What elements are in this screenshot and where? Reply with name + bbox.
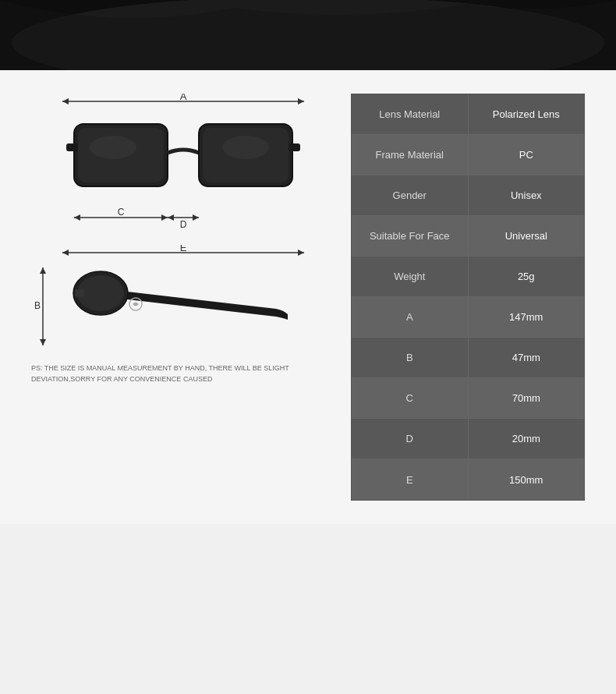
spec-label: E — [352, 459, 469, 500]
svg-rect-11 — [66, 143, 78, 151]
svg-marker-14 — [74, 214, 80, 221]
spec-value: 147mm — [469, 297, 585, 337]
svg-marker-3 — [62, 98, 69, 104]
dim-e-label: E — [180, 245, 187, 253]
spec-value: 150mm — [469, 459, 585, 500]
dim-b-line: B — [31, 264, 55, 349]
spec-value: 20mm — [469, 419, 585, 459]
svg-marker-15 — [161, 214, 168, 221]
svg-marker-21 — [298, 250, 304, 256]
spec-label: Gender — [352, 175, 469, 215]
svg-marker-20 — [62, 250, 69, 256]
spec-row: E150mm — [352, 459, 584, 500]
svg-marker-24 — [40, 339, 46, 345]
spec-label: D — [352, 419, 469, 459]
spec-label: Lens Material — [352, 94, 469, 134]
dim-c-label: C — [118, 207, 125, 218]
svg-rect-12 — [289, 143, 300, 151]
spec-row: A147mm — [352, 297, 584, 338]
specs-table: Lens MaterialPolarized LensFrame Materia… — [351, 94, 585, 501]
diagram-section: A — [31, 94, 335, 501]
spec-label: Suitable For Face — [352, 216, 469, 256]
glasses-front-view — [62, 112, 304, 206]
ps-note: PS: THE SIZE IS MANUAL MEASUREMENT BY HA… — [31, 363, 335, 384]
spec-row: C70mm — [352, 378, 584, 419]
main-content: A — [0, 70, 616, 524]
top-diagram: A — [31, 94, 335, 229]
dim-cd-line: C D — [62, 206, 304, 229]
spec-label: Weight — [352, 257, 469, 296]
spec-label: C — [352, 378, 469, 418]
spec-value: 70mm — [469, 378, 585, 418]
dim-e-line: E — [55, 245, 312, 260]
dim-d-label: D — [180, 219, 187, 229]
svg-point-10 — [222, 136, 269, 159]
spec-row: B47mm — [352, 338, 584, 378]
spec-label: Frame Material — [352, 135, 469, 175]
svg-marker-18 — [193, 214, 199, 221]
svg-marker-23 — [40, 267, 46, 274]
dim-a-line: A — [55, 94, 312, 109]
spec-value: PC — [469, 135, 585, 175]
spec-row: Suitable For FaceUniversal — [352, 216, 584, 257]
dim-a-label: A — [180, 94, 187, 102]
glasses-side-view — [58, 264, 292, 349]
spec-row: D20mm — [352, 419, 584, 459]
svg-marker-17 — [168, 214, 174, 221]
svg-rect-28 — [75, 289, 84, 297]
svg-marker-4 — [298, 98, 304, 104]
spec-value: Unisex — [469, 175, 585, 215]
spec-value: Polarized Lens — [469, 94, 585, 134]
spec-row: GenderUnisex — [352, 175, 584, 216]
spec-value: 47mm — [469, 338, 585, 377]
top-banner — [0, 0, 616, 70]
spec-label: B — [352, 338, 469, 377]
spec-label: A — [352, 297, 469, 337]
side-diagram: E B — [31, 245, 335, 349]
svg-point-7 — [90, 136, 136, 159]
spec-row: Lens MaterialPolarized Lens — [352, 94, 584, 135]
spec-value: 25g — [469, 257, 585, 296]
spec-row: Weight25g — [352, 257, 584, 297]
spec-row: Frame MaterialPC — [352, 135, 584, 175]
dim-b-label: B — [34, 300, 41, 311]
spec-value: Universal — [469, 216, 585, 256]
